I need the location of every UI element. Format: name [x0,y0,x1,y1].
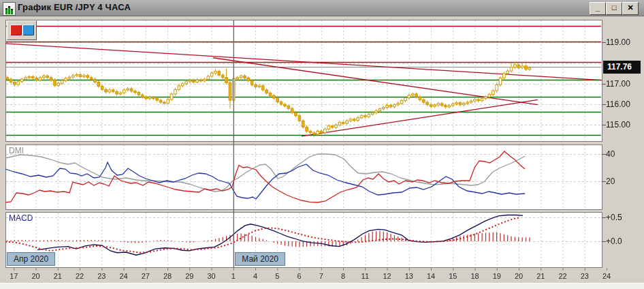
y-axis-tick-label: 116.00 [606,100,630,109]
current-price-tag: 117.76 [603,61,641,74]
y-axis-tick-label: +0.0 [606,237,622,246]
date-label: 15 [449,272,457,280]
y-axis-tick-label: 119.00 [606,37,630,47]
date-label: 23 [581,272,589,280]
y-axis-tick-label: 117.00 [606,79,630,89]
date-label: 24 [119,272,127,280]
y-axis-tick-label: +0.5 [606,213,622,222]
chart-mini-toolbar [7,20,37,40]
date-label: 7 [319,272,323,280]
y-axis-tick-label: 40 [606,149,615,159]
month-box: Май 2020 [235,252,285,266]
date-label: 4 [253,272,257,280]
date-label: 13 [405,272,413,280]
price-panel[interactable] [5,20,602,142]
date-label: 21 [536,272,545,280]
date-label: 12 [383,272,391,280]
y-axis-tick-label: 20 [606,177,615,186]
bottom-strip [0,283,644,289]
date-label: 21 [54,272,62,280]
date-label: 30 [207,272,215,280]
macd-panel[interactable] [5,212,602,268]
date-label: 6 [297,272,301,280]
y-axis-tick-label: 115.00 [606,120,630,130]
chart-window: График EUR /JPY 4 ЧАСА _ □ ✕ DMI MACD 11… [0,0,644,289]
date-label: 23 [97,272,106,280]
date-label: 5 [275,272,279,280]
date-label: 11 [361,272,369,280]
macd-label: MACD [9,213,33,223]
date-label: 18 [470,272,479,280]
date-label: 22 [76,272,84,280]
dmi-panel[interactable] [5,144,602,210]
candlestick-chart-icon [3,2,16,16]
maximize-button[interactable]: □ [606,2,622,15]
title-bar[interactable]: График EUR /JPY 4 ЧАСА _ □ ✕ [0,0,644,16]
date-label: 27 [142,272,150,280]
date-label: 28 [163,272,172,280]
date-label: 20 [31,272,39,280]
red-marker-button[interactable] [10,25,22,35]
month-box: Апр 2020 [7,252,55,266]
date-label: 19 [493,272,501,280]
blue-marker-button[interactable] [22,25,34,35]
dmi-label: DMI [9,146,24,155]
date-label: 20 [515,272,523,280]
date-label: 29 [185,272,193,280]
date-label: 17 [10,272,18,280]
date-label: 1 [231,272,236,280]
date-label: 22 [558,272,566,280]
minimize-button[interactable]: _ [590,2,606,15]
date-label: 8 [341,272,345,280]
date-label: 14 [427,272,435,280]
date-label: 24 [602,272,611,280]
close-button[interactable]: ✕ [622,2,639,15]
window-title: График EUR /JPY 4 ЧАСА [18,2,131,12]
